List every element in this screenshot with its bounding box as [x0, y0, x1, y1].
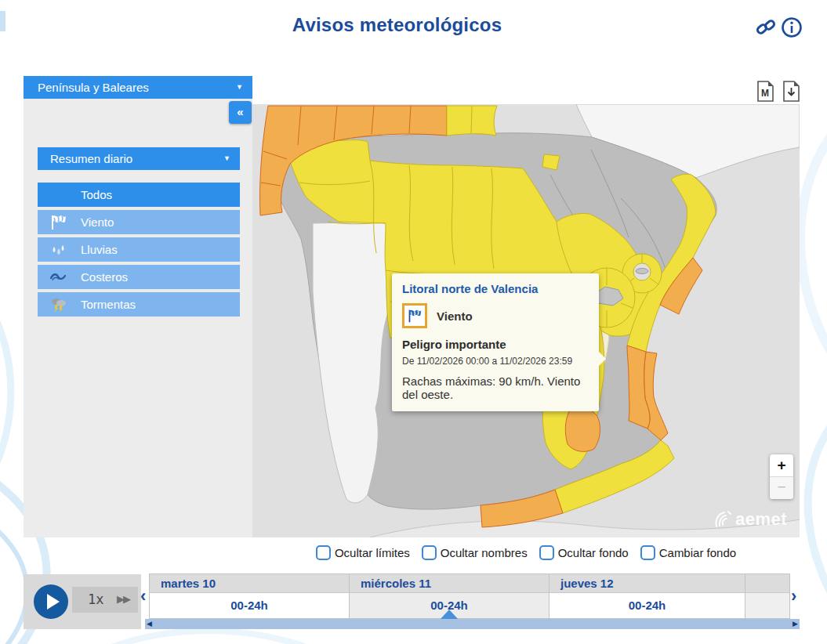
- play-button[interactable]: [34, 584, 68, 619]
- zoom-in-button[interactable]: +: [770, 454, 793, 477]
- filter-label: Viento: [81, 210, 114, 234]
- checkbox-cambiar-fondo[interactable]: Cambiar fondo: [640, 545, 736, 560]
- sidebar-collapse-button[interactable]: «: [229, 101, 252, 124]
- sidebar-body: « Resumen diario ▼ Todos Viento: [24, 99, 252, 537]
- checkbox[interactable]: [422, 545, 437, 560]
- day-range-cell[interactable]: 00-24h: [350, 593, 549, 618]
- day-header[interactable]: jueves 12: [550, 574, 745, 593]
- checkbox-label: Ocultar nombres: [441, 546, 528, 559]
- wind-flag-icon: [407, 308, 423, 324]
- checkbox-label: Ocultar límites: [335, 546, 410, 559]
- checkbox-ocultar-limites[interactable]: Ocultar límites: [316, 545, 410, 560]
- timeline-next-button[interactable]: ›: [791, 588, 796, 605]
- filter-lluvias[interactable]: Lluvias: [38, 237, 240, 262]
- checkbox-ocultar-fondo[interactable]: Ocultar fondo: [539, 545, 629, 560]
- waves-icon: [49, 268, 67, 286]
- timeline-day-martes-10[interactable]: martes 10 00-24h: [150, 574, 350, 618]
- filter-todos[interactable]: Todos: [38, 183, 240, 207]
- filter-label: Lluvias: [81, 237, 118, 262]
- day-cell-empty: [745, 593, 789, 618]
- filter-label: Todos: [81, 183, 112, 207]
- day-header[interactable]: miércoles 11: [350, 574, 549, 593]
- filter-label: Costeros: [81, 265, 128, 289]
- play-icon: [47, 594, 60, 610]
- map-legend-document-icon[interactable]: M: [756, 81, 774, 102]
- summary-selector[interactable]: Resumen diario ▼: [38, 147, 240, 170]
- region-selector[interactable]: Península y Baleares ▼: [24, 76, 252, 99]
- day-header[interactable]: martes 10: [150, 574, 349, 593]
- checkbox[interactable]: [539, 545, 554, 560]
- zoom-out-button[interactable]: −: [770, 477, 793, 499]
- warning-map[interactable]: Litoral norte de Valencia Viento Peligro…: [252, 104, 800, 537]
- warning-type-filters: Todos Viento Lluvias: [38, 183, 240, 320]
- timeline-day-stub: [745, 574, 789, 618]
- tooltip-validity-period: De 11/02/2026 00:00 a 11/02/2026 23:59: [402, 356, 589, 367]
- aemet-attribution: aemet: [713, 509, 787, 530]
- filter-costeros[interactable]: Costeros: [38, 265, 240, 289]
- doc-letter: M: [761, 88, 769, 99]
- filter-tormentas[interactable]: Tormentas: [38, 292, 240, 317]
- speed-control: 1x ▶▶: [72, 587, 138, 613]
- timeline-days-table: martes 10 00-24h miércoles 11 00-24h jue…: [149, 573, 790, 619]
- filter-viento[interactable]: Viento: [38, 210, 240, 234]
- map-options-row: Ocultar límites Ocultar nombres Ocultar …: [252, 541, 800, 563]
- timeline-day-miercoles-11[interactable]: miércoles 11 00-24h: [350, 574, 550, 618]
- checkbox[interactable]: [640, 545, 655, 560]
- tooltip-description: Rachas máximas: 90 km/h. Viento del oest…: [402, 374, 589, 401]
- wind-flag-icon: [49, 213, 67, 231]
- aemet-spiral-icon: [713, 509, 732, 530]
- tooltip-phenomenon-iconbox: [402, 303, 427, 328]
- timeline-day-jueves-12[interactable]: jueves 12 00-24h: [550, 574, 745, 618]
- scrollbar-right-arrow[interactable]: ▶: [793, 619, 798, 629]
- player-controls: 1x ▶▶: [24, 574, 141, 629]
- day-range-cell[interactable]: 00-24h: [150, 593, 349, 618]
- tooltip-zone-title: Litoral norte de Valencia: [402, 282, 589, 295]
- region-selector-value: Península y Baleares: [38, 81, 149, 94]
- checkbox-label: Ocultar fondo: [558, 546, 629, 559]
- map-zoom-control: + −: [770, 454, 793, 499]
- storm-icon: [49, 295, 67, 313]
- selected-day-marker: [441, 610, 458, 619]
- summary-selector-value: Resumen diario: [50, 152, 132, 165]
- timeline-scrollbar[interactable]: ◀ ▶: [145, 619, 800, 629]
- filter-label: Tormentas: [81, 292, 136, 317]
- warning-tooltip: Litoral norte de Valencia Viento Peligro…: [392, 273, 599, 411]
- chevron-down-icon: ▼: [223, 147, 230, 170]
- day-header-empty: [745, 574, 789, 593]
- timeline-prev-button[interactable]: ‹: [140, 588, 146, 605]
- page-title: Avisos meteorológicos: [0, 14, 794, 36]
- download-icon[interactable]: [782, 81, 800, 102]
- tooltip-phenomenon-label: Viento: [437, 309, 473, 323]
- checkbox-ocultar-nombres[interactable]: Ocultar nombres: [422, 545, 528, 560]
- speed-value: 1x: [88, 592, 103, 607]
- fast-forward-icon[interactable]: ▶▶: [117, 593, 129, 605]
- rain-icon: [49, 241, 67, 259]
- scrollbar-left-arrow[interactable]: ◀: [147, 619, 152, 629]
- sidebar: Península y Baleares ▼ « Resumen diario …: [24, 76, 252, 537]
- tooltip-danger-level: Peligro importante: [402, 338, 589, 351]
- link-icon[interactable]: [755, 16, 777, 38]
- timeline-bar: 1x ▶▶ ‹ martes 10 00-24h miércoles 11 00…: [0, 570, 827, 633]
- aemet-logo-text: aemet: [735, 509, 787, 530]
- checkbox[interactable]: [316, 545, 331, 560]
- day-range-cell[interactable]: 00-24h: [550, 593, 745, 618]
- info-icon[interactable]: [781, 16, 803, 38]
- checkbox-label: Cambiar fondo: [659, 546, 736, 559]
- chevron-down-icon: ▼: [236, 76, 243, 99]
